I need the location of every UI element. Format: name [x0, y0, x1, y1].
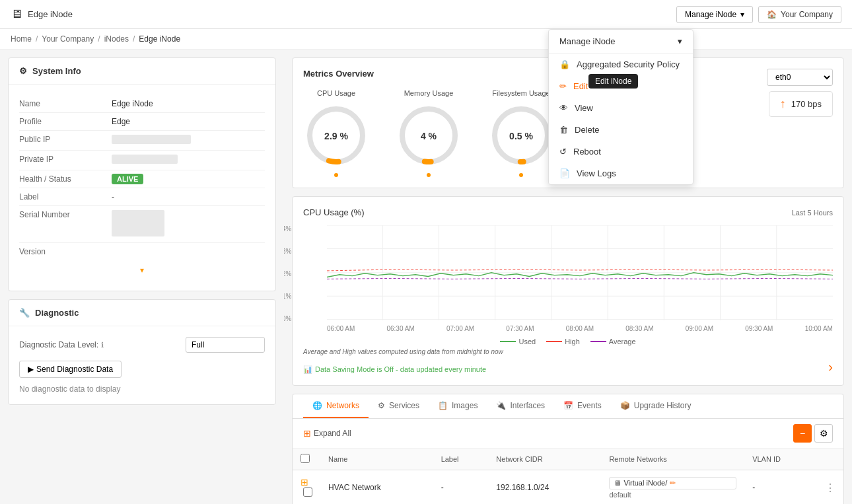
logo-icon: 🖥	[11, 7, 22, 21]
info-row-public-ip: Public IP	[19, 131, 265, 151]
tab-upgrade-history[interactable]: 📦 Upgrade History	[611, 394, 701, 418]
y-label-1: 1%	[284, 293, 291, 300]
breadcrumb-company[interactable]: Your Company	[42, 34, 94, 44]
breadcrumb-home[interactable]: Home	[11, 34, 32, 44]
td-vlan-hvac: -	[744, 470, 817, 504]
tab-images-label: Images	[452, 401, 478, 410]
dropdown-header: Manage iNode ▾	[549, 30, 693, 54]
manage-inode-button[interactable]: Manage iNode ▾	[676, 6, 753, 23]
send-icon: ▶	[28, 365, 34, 374]
chevron-down-icon-dropdown: ▾	[678, 36, 682, 46]
tabs-card: 🌐 Networks ⚙ Services 📋 Images 🔌 Interfa…	[292, 394, 844, 504]
settings-icon: ⚙	[820, 428, 828, 439]
chart-x-labels: 06:00 AM 06:30 AM 07:00 AM 07:30 AM 08:0…	[303, 322, 833, 335]
tab-interfaces-label: Interfaces	[510, 401, 545, 410]
legend-high-line	[546, 341, 562, 342]
x-label-0830: 08:30 AM	[625, 325, 653, 332]
row-menu-hvac[interactable]: ⋮	[825, 482, 835, 493]
memory-gauge: Memory Usage 4 %	[396, 89, 462, 177]
svg-text:4 %: 4 %	[421, 131, 437, 141]
tabs-header: 🌐 Networks ⚙ Services 📋 Images 🔌 Interfa…	[293, 394, 843, 419]
cpu-gauge: CPU Usage 2.9 %	[303, 89, 369, 177]
dropdown-reboot[interactable]: ↺ Reboot	[549, 141, 693, 162]
info-icon: ℹ	[101, 341, 104, 349]
info-value-profile: Edge	[112, 117, 130, 126]
td-actions-hvac: ⋮	[817, 470, 843, 504]
reboot-icon: ↺	[559, 147, 567, 157]
memory-gauge-svg: 4 %	[396, 102, 462, 168]
y-label-4: 4%	[284, 225, 291, 233]
info-label-profile: Profile	[19, 117, 112, 126]
trash-icon: 🗑	[559, 125, 568, 135]
services-icon: ⚙	[378, 401, 385, 410]
legend-used-label: Used	[518, 338, 536, 345]
row-checkbox-hvac[interactable]	[303, 487, 312, 497]
manage-inode-label: Manage iNode	[685, 10, 736, 19]
interface-select[interactable]: eth0 eth1	[767, 69, 833, 86]
data-saving-text: Data Saving Mode is Off - data updated e…	[315, 365, 486, 373]
expand-all-button[interactable]: ⊞ Expand All	[303, 428, 351, 439]
tab-interfaces[interactable]: 🔌 Interfaces	[487, 394, 554, 418]
expand-row-icon[interactable]: ⊞	[301, 477, 308, 487]
diagnostic-level-row: Diagnostic Data Level: ℹ Full Partial No…	[19, 337, 265, 353]
legend-avg-line	[590, 341, 606, 342]
td-expand-hvac: ⊞	[293, 470, 320, 504]
th-vlan: VLAN ID	[744, 449, 817, 470]
x-label-1000: 10:00 AM	[805, 325, 833, 332]
remove-network-button[interactable]: −	[793, 424, 812, 443]
diagnostic-card: 🔧 Diagnostic Diagnostic Data Level: ℹ Fu…	[8, 299, 276, 405]
x-label-0700: 07:00 AM	[446, 325, 474, 332]
interfaces-icon: 🔌	[496, 401, 506, 410]
y-label-0: 0%	[284, 315, 291, 322]
dropdown-aggregated-security[interactable]: 🔒 Aggregated Security Policy	[549, 54, 693, 75]
chart-note: Average and High values computed using d…	[303, 348, 833, 355]
breadcrumb-inodes[interactable]: iNodes	[104, 34, 129, 44]
gear-icon: ⚙	[19, 66, 27, 76]
dropdown-edit[interactable]: ✏ Edit Edit iNode	[549, 75, 693, 97]
eye-icon: 👁	[559, 103, 568, 113]
table-row: ⊞ HVAC Network - 192.168.1.0/24	[293, 470, 843, 504]
metrics-title: Metrics Overview	[303, 69, 554, 79]
tab-events[interactable]: 📅 Events	[554, 394, 611, 418]
y-label-2: 2%	[284, 270, 291, 277]
data-saving-status: 📊 Data Saving Mode is Off - data updated…	[303, 365, 486, 374]
th-checkbox	[293, 449, 320, 470]
tab-images[interactable]: 📋 Images	[429, 394, 487, 418]
home-icon: 🏠	[767, 10, 777, 19]
upgrade-icon: 📦	[620, 401, 630, 410]
info-value-health: ALIVE	[112, 174, 143, 184]
delete-label: Delete	[575, 125, 600, 135]
td-cidr-hvac: 192.168.1.0/24	[488, 470, 601, 504]
dropdown-view-logs[interactable]: 📄 View Logs	[549, 162, 693, 184]
tab-networks[interactable]: 🌐 Networks	[303, 394, 369, 418]
virtual-inode-badge: 🖥 Virtual iNode/ ✏	[609, 477, 736, 489]
breadcrumb: Home / Your Company / iNodes / Edge iNod…	[0, 29, 852, 50]
memory-gauge-label: Memory Usage	[396, 89, 462, 97]
dropdown-view[interactable]: 👁 View	[549, 97, 693, 119]
expand-arrow[interactable]: ▾	[19, 260, 265, 280]
diagnostic-level-select[interactable]: Full Partial None	[186, 337, 265, 353]
info-value-name: Edge iNode	[112, 99, 153, 108]
logs-icon: 📄	[559, 168, 570, 178]
info-label-health: Health / Status	[19, 174, 112, 184]
send-diagnostic-button[interactable]: ▶ Send Diagnostic Data	[19, 361, 122, 378]
table-body: ⊞ HVAC Network - 192.168.1.0/24	[293, 470, 843, 504]
dropdown-delete[interactable]: 🗑 Delete	[549, 119, 693, 141]
wrench-icon: 🔧	[19, 308, 30, 318]
info-label-name: Name	[19, 99, 112, 108]
images-icon: 📋	[438, 401, 448, 410]
info-row-name: Name Edge iNode	[19, 95, 265, 113]
td-label-hvac: -	[433, 470, 489, 504]
tab-upgrade-label: Upgrade History	[634, 401, 692, 410]
info-value-public-ip	[112, 135, 191, 146]
th-label: Label	[433, 449, 489, 470]
th-remote-networks: Remote Networks	[601, 449, 744, 470]
pencil-icon: ✏	[670, 479, 676, 487]
network-settings-button[interactable]: ⚙	[814, 424, 833, 443]
select-all-checkbox[interactable]	[301, 454, 310, 463]
server-icon: 🖥	[614, 479, 621, 487]
next-chart-button[interactable]: ›	[828, 359, 833, 375]
edit-icon: ✏	[559, 81, 567, 91]
th-cidr: Network CIDR	[488, 449, 601, 470]
tab-services[interactable]: ⚙ Services	[369, 394, 429, 418]
